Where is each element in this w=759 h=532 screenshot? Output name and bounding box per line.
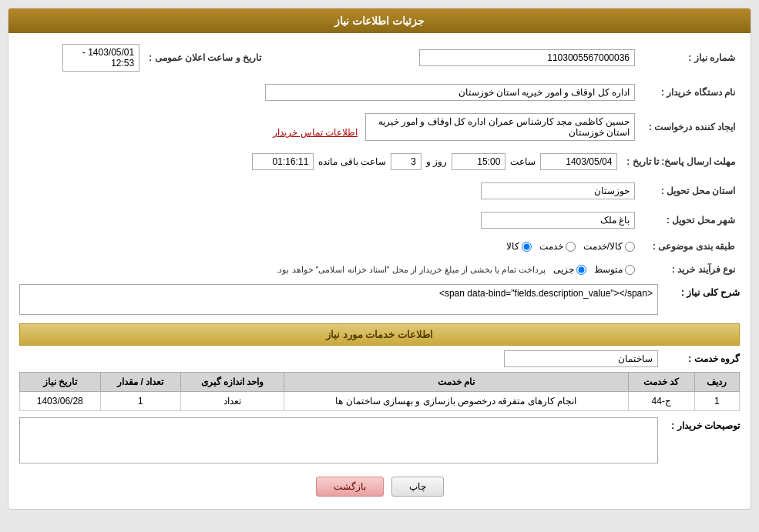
deadline-remaining-label: ساعت باقی مانده <box>318 156 386 167</box>
org-row: نام دستگاه خریدار : اداره کل اوقاف و امو… <box>19 81 740 104</box>
cat-khadamat-item: خدمت <box>539 241 576 252</box>
description-textarea[interactable]: <span data-bind="fields.description_valu… <box>19 284 658 315</box>
col-count: تعداد / مقدار <box>100 373 180 392</box>
cat-khadamat-label: خدمت <box>539 241 563 252</box>
buyer-notes-row: توصیحات خریدار : <box>19 417 740 466</box>
btn-row: چاپ بازگشت <box>19 477 740 497</box>
process-row: نوع فرآیند خرید : متوسط جزیی پرداخت <box>19 261 740 278</box>
deadline-time-label: ساعت <box>510 156 536 167</box>
category-row: طبقه بندی موضوعی : کالا/خدمت خدمت <box>19 238 740 255</box>
service-group-row: گروه خدمت : ساختمان <box>19 350 740 367</box>
deadline-days-label: روز و <box>426 156 447 167</box>
org-value: اداره کل اوقاف و امور خیریه استان خوزستا… <box>19 81 640 104</box>
province-label: استان محل تحویل : <box>640 179 740 202</box>
buyer-notes-content <box>19 417 658 466</box>
announcer-value: 1403/05/01 - 12:53 <box>19 41 144 75</box>
col-date: تاریخ نیاز <box>20 373 101 392</box>
creator-field: حسین کاظمی مجد کارشناس عمران اداره کل او… <box>365 113 635 141</box>
creator-row: ایجاد کننده درخواست : حسین کاظمی مجد کار… <box>19 110 740 144</box>
contact-link[interactable]: اطلاعات تماس خریدار <box>273 127 358 138</box>
service-table: ردیف کد خدمت نام خدمت واحد اندازه گیری ت… <box>19 372 740 411</box>
buyer-notes-textarea[interactable] <box>19 417 658 463</box>
process-jozee-label: جزیی <box>553 264 574 275</box>
deadline-days-field: 3 <box>391 153 421 170</box>
process-motawaset-radio[interactable] <box>625 265 635 275</box>
process-note: پرداخت تمام یا بخشی از مبلغ خریدار از مح… <box>276 265 546 275</box>
org-label: نام دستگاه خریدار : <box>640 81 740 104</box>
back-button[interactable]: بازگشت <box>316 477 384 497</box>
cat-kala-khadamat-label: کالا/خدمت <box>583 241 623 252</box>
process-value: متوسط جزیی پرداخت تمام یا بخشی از مبلغ خ… <box>19 261 640 278</box>
cell-service_name: انجام کارهای متفرقه درخصوص بازسازی و بهس… <box>284 392 628 411</box>
cat-kala-radio[interactable] <box>522 242 532 252</box>
process-jozee-radio[interactable] <box>576 265 586 275</box>
cell-unit: تعداد <box>180 392 284 411</box>
deadline-row: مهلت ارسال پاسخ: تا تاریخ : 1403/05/04 س… <box>19 150 740 173</box>
city-value: باغ ملک <box>19 209 640 232</box>
cat-kala-item: کالا <box>506 241 532 252</box>
process-jozee-item: جزیی <box>553 264 586 275</box>
col-unit: واحد اندازه گیری <box>180 373 284 392</box>
cell-service_code: ج-44 <box>628 392 694 411</box>
need-number-row: شماره نیاز : 1103005567000036 تاریخ و سا… <box>19 41 740 75</box>
cat-khadamat-radio[interactable] <box>566 242 576 252</box>
cat-kala-label: کالا <box>506 241 519 252</box>
col-service-code: کد خدمت <box>628 373 694 392</box>
print-button[interactable]: چاپ <box>391 477 444 497</box>
main-card: جزئیات اطلاعات نیاز شماره نیاز : 1103005… <box>8 8 751 510</box>
cell-row_num: 1 <box>694 392 739 411</box>
creator-value: حسین کاظمی مجد کارشناس عمران اداره کل او… <box>19 110 640 144</box>
services-section-header: اطلاعات خدمات مورد نیاز <box>19 323 740 346</box>
org-field: اداره کل اوقاف و امور خیریه استان خوزستا… <box>265 84 635 101</box>
cat-kala-khadamat-radio[interactable] <box>625 242 635 252</box>
need-number-label: شماره نیاز : <box>640 41 740 75</box>
category-value: کالا/خدمت خدمت کالا <box>19 238 640 255</box>
deadline-remaining-field: 01:16:11 <box>252 153 314 170</box>
process-motawaset-label: متوسط <box>594 264 623 275</box>
buyer-notes-label: توصیحات خریدار : <box>663 417 740 431</box>
deadline-time-field: 15:00 <box>452 153 505 170</box>
province-value: خوزستان <box>19 179 640 202</box>
cat-kala-khadamat-item: کالا/خدمت <box>583 241 635 252</box>
col-service-name: نام خدمت <box>284 373 628 392</box>
creator-label: ایجاد کننده درخواست : <box>640 110 740 144</box>
cell-count: 1 <box>100 392 180 411</box>
need-number-value: 1103005567000036 <box>314 41 640 75</box>
province-row: استان محل تحویل : خوزستان <box>19 179 740 202</box>
announcer-label: تاریخ و ساعت اعلان عمومی : <box>144 41 283 75</box>
card-body: شماره نیاز : 1103005567000036 تاریخ و سا… <box>8 33 751 509</box>
deadline-date-field: 1403/05/04 <box>540 153 617 170</box>
city-field: باغ ملک <box>481 212 635 229</box>
process-label: نوع فرآیند خرید : <box>640 261 740 278</box>
table-row: 1ج-44انجام کارهای متفرقه درخصوص بازسازی … <box>20 392 740 411</box>
cell-date: 1403/06/28 <box>20 392 101 411</box>
province-field: خوزستان <box>481 182 635 199</box>
process-motawaset-item: متوسط <box>594 264 635 275</box>
page-title: جزئیات اطلاعات نیاز <box>8 8 751 33</box>
service-group-label: گروه خدمت : <box>663 353 740 364</box>
col-row-num: ردیف <box>694 373 739 392</box>
city-row: شهر محل تحویل : باغ ملک <box>19 209 740 232</box>
city-label: شهر محل تحویل : <box>640 209 740 232</box>
page-wrapper: جزئیات اطلاعات نیاز شماره نیاز : 1103005… <box>0 0 759 532</box>
category-label: طبقه بندی موضوعی : <box>640 238 740 255</box>
announcer-field: 1403/05/01 - 12:53 <box>62 44 139 72</box>
deadline-label: مهلت ارسال پاسخ: تا تاریخ : <box>622 150 740 173</box>
need-number-field: 1103005567000036 <box>419 49 635 66</box>
description-row: شرح کلی نیاز : <span data-bind="fields.d… <box>19 284 740 317</box>
description-content: <span data-bind="fields.description_valu… <box>19 284 658 317</box>
description-label: شرح کلی نیاز : <box>663 284 740 298</box>
service-group-field: ساختمان <box>504 350 658 367</box>
deadline-value: 1403/05/04 ساعت 15:00 روز و 3 ساعت باقی … <box>19 150 622 173</box>
